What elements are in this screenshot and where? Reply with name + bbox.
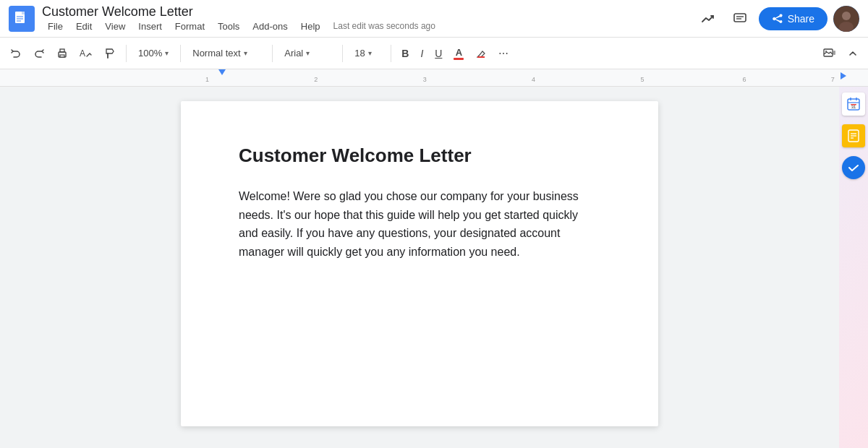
comment-icon — [733, 12, 747, 26]
paint-format-button[interactable] — [100, 42, 120, 65]
print-button[interactable] — [52, 42, 72, 65]
ruler-mark-3: 3 — [423, 76, 427, 83]
doc-title[interactable]: Customer Welcome Letter — [42, 4, 688, 20]
document-title: Customer Welcome Letter — [239, 145, 600, 167]
share-button[interactable]: Share — [759, 7, 827, 30]
bold-button[interactable]: B — [397, 42, 413, 65]
collapse-button[interactable] — [843, 42, 862, 65]
svg-text:31: 31 — [851, 105, 856, 109]
right-sidebar: 31 — [839, 87, 868, 448]
svg-rect-8 — [734, 14, 746, 22]
redo-button[interactable] — [29, 42, 49, 65]
font-color-icon: A — [454, 47, 464, 60]
menu-tools[interactable]: Tools — [212, 20, 245, 33]
ruler-mark-6: 6 — [742, 76, 746, 83]
collapse-icon — [848, 48, 858, 59]
checkmark-icon — [846, 160, 861, 175]
redo-icon — [33, 48, 45, 59]
share-icon — [772, 13, 783, 25]
doc-icon — [9, 6, 35, 32]
toolbar: A 100% ▾ Normal text ▾ Arial ▾ 18 ▾ B I — [0, 38, 868, 69]
image-options-button[interactable] — [819, 42, 841, 65]
title-actions: Share — [695, 6, 859, 32]
ruler: 1 2 3 4 5 6 7 — [0, 69, 868, 87]
document-body[interactable]: Welcome! Were so glad you chose our comp… — [239, 187, 600, 261]
divider-3 — [272, 45, 273, 62]
toolbar-right — [819, 42, 862, 65]
style-chevron: ▾ — [244, 49, 247, 57]
comments-icon-btn[interactable] — [727, 6, 753, 32]
font-chevron: ▾ — [306, 49, 310, 57]
paint-format-icon — [104, 48, 116, 59]
menu-addons[interactable]: Add-ons — [247, 20, 293, 33]
zoom-chevron: ▾ — [165, 49, 169, 57]
size-chevron: ▾ — [368, 49, 372, 57]
menu-edit[interactable]: Edit — [70, 20, 98, 33]
spellcheck-icon: A — [80, 48, 93, 59]
svg-rect-22 — [833, 51, 835, 55]
divider-2 — [180, 45, 181, 62]
ruler-inner: 1 2 3 4 5 6 7 — [166, 69, 846, 86]
menu-view[interactable]: View — [99, 20, 131, 33]
menu-bar: File Edit View Insert Format Tools Add-o… — [42, 20, 688, 33]
undo-button[interactable] — [6, 42, 26, 65]
svg-point-21 — [825, 51, 827, 52]
trending-icon — [701, 12, 715, 26]
tab-stop-indicator — [218, 69, 226, 75]
page-canvas[interactable]: Customer Welcome Letter Welcome! Were so… — [0, 87, 839, 448]
spellcheck-button[interactable]: A — [75, 42, 97, 65]
svg-text:A: A — [80, 48, 85, 59]
done-sidebar-btn[interactable] — [842, 156, 865, 179]
svg-rect-15 — [60, 49, 64, 52]
svg-point-12 — [842, 12, 851, 20]
title-bar: Customer Welcome Letter File Edit View I… — [0, 0, 868, 38]
main-area: Customer Welcome Letter Welcome! Were so… — [0, 87, 868, 448]
undo-icon — [10, 48, 22, 59]
divider-1 — [126, 45, 127, 62]
calendar-icon: 31 — [846, 97, 861, 111]
font-color-button[interactable]: A — [449, 42, 468, 65]
ruler-marks: 1 2 3 4 5 6 7 — [166, 69, 846, 86]
font-select[interactable]: Arial ▾ — [278, 42, 336, 65]
ruler-right-handle — [841, 72, 846, 79]
ruler-mark-4: 4 — [532, 76, 535, 83]
font-size-select[interactable]: 18 ▾ — [349, 42, 385, 65]
tasks-sidebar-btn[interactable] — [842, 124, 865, 147]
avatar-image — [833, 6, 859, 32]
menu-help[interactable]: Help — [295, 20, 326, 33]
menu-format[interactable]: Format — [169, 20, 210, 33]
last-edit-status: Last edit was seconds ago — [333, 21, 435, 31]
user-avatar[interactable] — [833, 6, 859, 32]
svg-rect-16 — [60, 55, 64, 57]
title-section: Customer Welcome Letter File Edit View I… — [42, 4, 688, 33]
calendar-sidebar-btn[interactable]: 31 — [842, 92, 865, 116]
ruler-mark-5: 5 — [640, 76, 644, 83]
divider-5 — [391, 45, 391, 62]
menu-insert[interactable]: Insert — [132, 20, 168, 33]
style-select[interactable]: Normal text ▾ — [187, 42, 266, 65]
image-options-icon — [823, 48, 836, 59]
tasks-icon — [846, 129, 861, 143]
zoom-select[interactable]: 100% ▾ — [132, 42, 174, 65]
ruler-mark-2: 2 — [314, 76, 318, 83]
more-options-button[interactable]: ⋯ — [494, 42, 513, 65]
underline-button[interactable]: U — [430, 42, 446, 65]
document-page[interactable]: Customer Welcome Letter Welcome! Were so… — [181, 101, 658, 426]
menu-file[interactable]: File — [42, 20, 69, 33]
divider-4 — [342, 45, 343, 62]
highlight-icon — [475, 48, 487, 59]
ruler-mark-1: 1 — [205, 76, 209, 83]
ruler-mark-7: 7 — [831, 76, 835, 83]
print-icon — [56, 48, 68, 59]
italic-button[interactable]: I — [416, 42, 427, 65]
highlight-button[interactable] — [471, 42, 491, 65]
activity-icon-btn[interactable] — [695, 6, 721, 32]
